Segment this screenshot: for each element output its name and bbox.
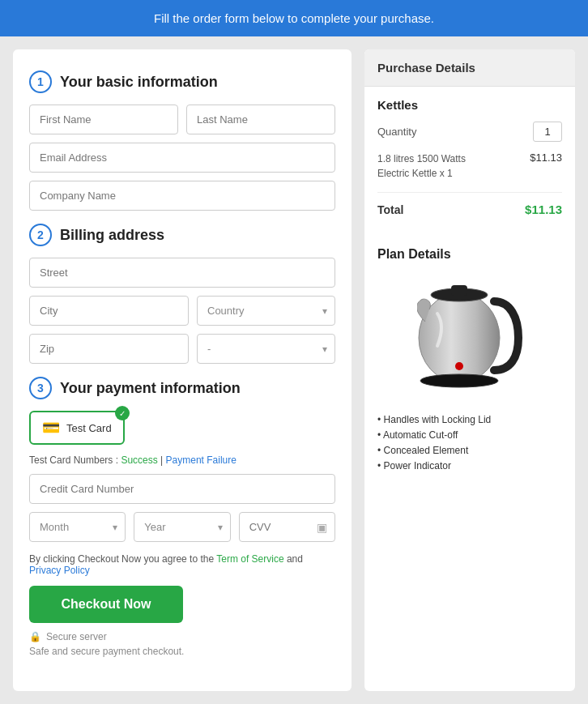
- secure-server-text: Secure server: [46, 631, 107, 642]
- lock-icon: 🔒: [29, 631, 41, 642]
- card-check-icon: ✓: [115, 406, 130, 420]
- company-input[interactable]: [29, 181, 335, 211]
- year-select[interactable]: Year: [134, 512, 230, 542]
- name-row: [29, 105, 335, 134]
- terms-link[interactable]: Term of Service: [216, 553, 283, 565]
- privacy-link[interactable]: Privacy Policy: [29, 565, 90, 576]
- total-label: Total: [377, 203, 403, 216]
- plan-details-section: Plan Details: [364, 236, 575, 487]
- month-wrapper: Month: [29, 512, 126, 542]
- svg-rect-2: [451, 285, 467, 296]
- quantity-row: Quantity 1: [377, 122, 562, 142]
- main-content: 1 Your basic information 2 Billing addre…: [0, 36, 588, 704]
- card-option[interactable]: ✓ 💳 Test Card: [29, 411, 125, 445]
- state-select[interactable]: -: [197, 334, 335, 364]
- cvv-icon: ▣: [317, 521, 327, 534]
- country-select[interactable]: Country: [197, 296, 335, 326]
- quantity-label: Quantity: [377, 126, 416, 138]
- page-wrapper: Fill the order form below to complete yo…: [0, 0, 588, 704]
- product-desc: 1.8 litres 1500 Watts Electric Kettle x …: [377, 151, 466, 181]
- product-desc-row: 1.8 litres 1500 Watts Electric Kettle x …: [377, 151, 562, 181]
- section2-header: 2 Billing address: [29, 224, 335, 246]
- plan-details-title: Plan Details: [377, 247, 562, 262]
- kettle-svg: [417, 277, 522, 399]
- section2-number: 2: [29, 224, 52, 246]
- email-row: [29, 143, 335, 173]
- kettle-image: [377, 273, 562, 403]
- feature-item: Power Indicator: [377, 460, 562, 471]
- purchase-body: Kettles Quantity 1 1.8 litres 1500 Watts…: [364, 87, 575, 236]
- section3-header: 3 Your payment information: [29, 377, 335, 399]
- right-panel: Purchase Details Kettles Quantity 1 1.8 …: [364, 49, 575, 691]
- features-list: Handles with Locking LidAutomatic Cut-of…: [377, 414, 562, 471]
- state-wrapper: -: [197, 334, 335, 364]
- terms-text: By clicking Checkout Now you agree to th…: [29, 553, 335, 576]
- test-card-info: Test Card Numbers : Success | Payment Fa…: [29, 454, 335, 466]
- section3-title: Your payment information: [60, 380, 241, 397]
- total-price: $11.13: [525, 203, 562, 216]
- cvv-wrapper: ▣: [239, 512, 335, 542]
- cc-input[interactable]: [29, 474, 335, 504]
- banner-text: Fill the order form below to complete yo…: [154, 11, 434, 25]
- month-select[interactable]: Month: [29, 512, 126, 542]
- product-name: Kettles: [377, 98, 562, 112]
- card-label: Test Card: [66, 422, 112, 434]
- street-row: [29, 258, 335, 288]
- secure-info: 🔒 Secure server: [29, 631, 335, 642]
- month-year-cvv-row: Month Year ▣: [29, 512, 335, 542]
- test-card-label: Test Card Numbers :: [29, 454, 118, 466]
- total-row: Total $11.13: [377, 192, 562, 216]
- country-wrapper: Country: [197, 296, 335, 326]
- svg-point-4: [455, 362, 463, 370]
- quantity-box: 1: [533, 122, 562, 142]
- svg-point-3: [420, 374, 498, 387]
- cc-row: [29, 474, 335, 504]
- city-country-row: Country: [29, 296, 335, 326]
- feature-item: Handles with Locking Lid: [377, 414, 562, 425]
- product-desc-line2: Electric Kettle x 1: [377, 168, 453, 179]
- section1-title: Your basic information: [60, 74, 218, 91]
- and-text: and: [287, 553, 303, 565]
- section1-number: 1: [29, 70, 52, 93]
- zip-input[interactable]: [29, 334, 189, 364]
- left-panel: 1 Your basic information 2 Billing addre…: [13, 49, 352, 691]
- feature-item: Concealed Element: [377, 445, 562, 456]
- feature-item: Automatic Cut-off: [377, 429, 562, 441]
- zip-state-row: -: [29, 334, 335, 364]
- checkout-button[interactable]: Checkout Now: [29, 586, 183, 623]
- year-wrapper: Year: [134, 512, 230, 542]
- section1-header: 1 Your basic information: [29, 70, 335, 93]
- lastname-input[interactable]: [186, 105, 335, 134]
- failure-link[interactable]: Payment Failure: [166, 454, 236, 466]
- purchase-header: Purchase Details: [364, 49, 575, 87]
- credit-card-icon: 💳: [42, 419, 60, 437]
- product-price: $11.13: [530, 151, 562, 181]
- product-desc-line1: 1.8 litres 1500 Watts: [377, 153, 466, 164]
- terms-prefix: By clicking Checkout Now you agree to th…: [29, 553, 216, 565]
- safe-text: Safe and secure payment checkout.: [29, 646, 335, 657]
- top-banner: Fill the order form below to complete yo…: [0, 0, 588, 36]
- section2-title: Billing address: [60, 227, 164, 244]
- email-input[interactable]: [29, 143, 335, 173]
- section3-number: 3: [29, 377, 52, 399]
- street-input[interactable]: [29, 258, 335, 288]
- success-link[interactable]: Success: [121, 454, 157, 466]
- city-input[interactable]: [29, 296, 189, 326]
- company-row: [29, 181, 335, 211]
- firstname-input[interactable]: [29, 105, 178, 134]
